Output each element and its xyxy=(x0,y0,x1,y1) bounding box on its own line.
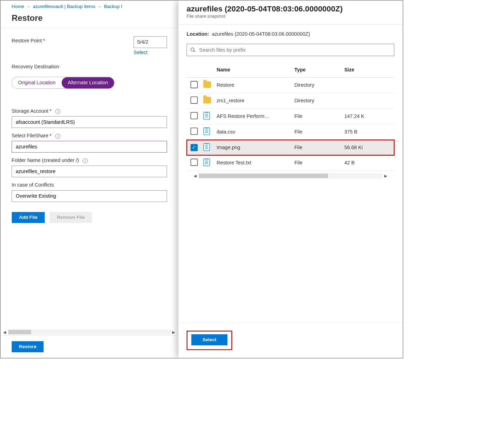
row-name[interactable]: data.csv xyxy=(217,129,294,135)
restore-footer: Restore xyxy=(1,335,178,358)
remove-file-button: Remove File xyxy=(50,212,92,223)
table-header: Name Type Size xyxy=(187,62,394,78)
fileshare-input[interactable] xyxy=(12,141,167,153)
select-highlight: Select xyxy=(187,331,232,350)
panel-title: azurefiles (2020-05-04T08:03:06.0000000Z… xyxy=(187,5,394,14)
scroll-right-icon[interactable]: ▶ xyxy=(171,329,177,335)
scroll-left-icon[interactable]: ◀ xyxy=(2,329,8,335)
svg-line-1 xyxy=(194,51,195,52)
file-icon xyxy=(203,127,210,135)
panel-subtitle: File share snapshot xyxy=(187,14,394,19)
row-name[interactable]: Restore Test.txt xyxy=(217,160,294,166)
row-type: File xyxy=(294,129,344,135)
row-type: Directory xyxy=(294,98,344,104)
info-icon[interactable]: i xyxy=(55,134,60,139)
row-type: File xyxy=(294,113,344,119)
pill-original-location[interactable]: Original Location xyxy=(12,77,61,88)
info-icon[interactable]: i xyxy=(83,158,87,163)
search-input[interactable] xyxy=(199,47,391,53)
search-box[interactable] xyxy=(187,44,394,56)
restore-form: Restore Point* 5/4/2 Select Recovery Des… xyxy=(1,28,178,327)
conflicts-label: In case of Conflicts xyxy=(12,182,54,188)
row-checkbox[interactable] xyxy=(191,159,198,166)
location-row: Location: azurefiles (2020-05-04T08:03:0… xyxy=(187,31,394,37)
info-icon[interactable]: i xyxy=(55,109,60,114)
row-size: 147.24 K xyxy=(344,113,394,119)
row-checkbox[interactable]: ✓ xyxy=(191,144,198,151)
file-icon xyxy=(203,143,210,150)
recovery-destination-toggle[interactable]: Original Location Alternate Location xyxy=(12,77,115,89)
row-type: File xyxy=(294,145,344,150)
col-size[interactable]: Size xyxy=(344,67,394,73)
folder-icon xyxy=(203,97,211,103)
fileshare-label: Select FileShare* xyxy=(12,133,51,139)
horizontal-scrollbar[interactable]: ◀ ▶ xyxy=(2,329,177,335)
chevron-right-icon: › xyxy=(28,4,30,9)
breadcrumb-vault[interactable]: azurefilesvault | Backup items xyxy=(33,4,95,9)
folder-icon xyxy=(203,81,211,88)
row-name[interactable]: zrs1_restore xyxy=(217,98,294,104)
select-restore-point-link[interactable]: Select xyxy=(134,50,148,55)
table-row[interactable]: data.csvFile375 B xyxy=(187,124,394,140)
location-value: azurefiles (2020-05-04T08:03:06.0000000Z… xyxy=(212,31,310,37)
col-name[interactable]: Name xyxy=(217,67,294,73)
recovery-destination-label: Recovery Destination xyxy=(12,64,59,70)
storage-account-label: Storage Account* xyxy=(12,108,51,114)
restore-button[interactable]: Restore xyxy=(12,341,44,352)
conflicts-input[interactable] xyxy=(12,190,167,202)
row-type: Directory xyxy=(294,83,344,88)
row-name[interactable]: Image.png xyxy=(217,145,294,150)
horizontal-scrollbar[interactable]: ◀ ▶ xyxy=(192,173,389,179)
storage-account-input[interactable] xyxy=(12,116,167,128)
add-file-button[interactable]: Add File xyxy=(12,212,45,223)
file-icon xyxy=(203,112,210,119)
restore-point-input[interactable]: 5/4/2 xyxy=(134,36,167,48)
row-name[interactable]: AFS Restore Perform… xyxy=(217,113,294,119)
row-checkbox[interactable] xyxy=(191,128,198,135)
page-title: Restore xyxy=(1,10,178,28)
table-row[interactable]: Restore Test.txtFile42 B xyxy=(187,155,394,171)
breadcrumb: Home › azurefilesvault | Backup items › … xyxy=(1,1,178,11)
row-size: 375 B xyxy=(344,129,394,135)
table-row[interactable]: ✓Image.pngFile56.68 Ki xyxy=(187,140,394,155)
table-row[interactable]: RestoreDirectory xyxy=(187,78,394,93)
table-row[interactable]: zrs1_restoreDirectory xyxy=(187,93,394,109)
col-type[interactable]: Type xyxy=(294,67,344,73)
folder-name-input[interactable] xyxy=(12,166,167,178)
search-icon xyxy=(190,47,196,53)
restore-blade: Home › azurefilesvault | Backup items › … xyxy=(1,1,178,358)
row-size: 56.68 Ki xyxy=(344,145,394,150)
row-checkbox[interactable] xyxy=(191,81,198,88)
file-table: Name Type Size RestoreDirectoryzrs1_rest… xyxy=(187,62,394,171)
row-size: 42 B xyxy=(344,160,394,166)
restore-point-label: Restore Point* xyxy=(12,38,45,44)
file-picker-blade: azurefiles (2020-05-04T08:03:06.0000000Z… xyxy=(178,1,403,358)
breadcrumb-home[interactable]: Home xyxy=(12,4,24,9)
panel-footer: Select xyxy=(178,322,403,358)
svg-point-0 xyxy=(191,48,194,51)
row-type: File xyxy=(294,160,344,166)
folder-name-label: Folder Name (created under /) xyxy=(12,157,79,163)
row-checkbox[interactable] xyxy=(191,112,198,119)
file-icon xyxy=(203,158,210,166)
breadcrumb-backup[interactable]: Backup I xyxy=(104,4,122,9)
chevron-right-icon: › xyxy=(99,4,101,9)
pill-alternate-location[interactable]: Alternate Location xyxy=(62,77,114,88)
scroll-right-icon[interactable]: ▶ xyxy=(383,173,389,179)
table-row[interactable]: AFS Restore Perform…File147.24 K xyxy=(187,109,394,124)
scroll-left-icon[interactable]: ◀ xyxy=(192,173,199,179)
row-name[interactable]: Restore xyxy=(217,83,294,88)
select-button[interactable]: Select xyxy=(191,334,227,345)
row-checkbox[interactable] xyxy=(191,96,198,104)
